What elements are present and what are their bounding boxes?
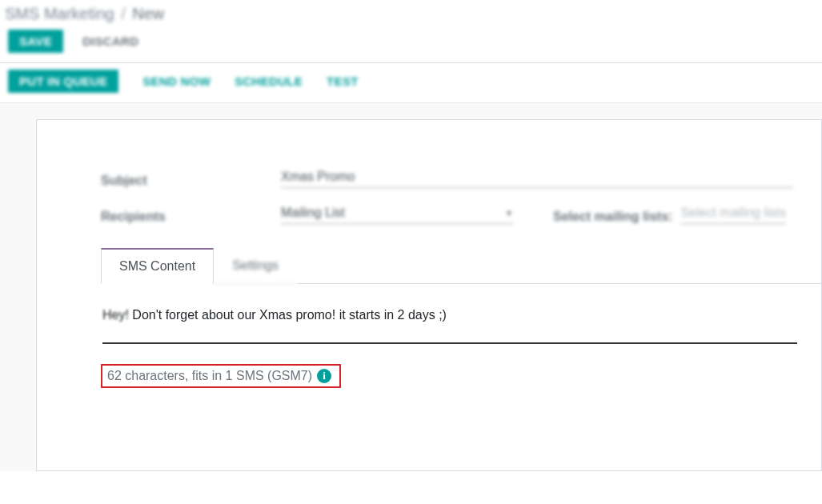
form-sheet: Subject Xmas Promo Recipients Mailing Li… xyxy=(36,119,822,471)
send-now-button[interactable]: SEND NOW xyxy=(142,74,211,88)
sms-textarea[interactable]: Hey! Don't forget about our Xmas promo! … xyxy=(101,284,821,364)
breadcrumb-root-link[interactable]: SMS Marketing xyxy=(5,5,114,22)
sms-body-text: Don't forget about our Xmas promo! it st… xyxy=(129,308,447,322)
sms-prefix: Hey! xyxy=(102,308,129,322)
breadcrumb: SMS Marketing / New xyxy=(0,0,822,23)
breadcrumb-current: New xyxy=(132,5,164,22)
mailing-lists-input[interactable]: Select mailing lists xyxy=(680,204,786,224)
sms-underline xyxy=(102,342,797,344)
subject-label: Subject xyxy=(101,174,281,188)
tab-settings[interactable]: Settings xyxy=(214,248,297,284)
chevron-down-icon: ▼ xyxy=(505,209,513,218)
breadcrumb-separator: / xyxy=(118,5,129,22)
recipients-label: Recipients xyxy=(101,210,281,224)
put-in-queue-button[interactable]: PUT IN QUEUE xyxy=(8,70,118,93)
mailing-lists-label: Select mailing lists: xyxy=(553,210,672,224)
test-button[interactable]: TEST xyxy=(327,74,359,88)
tabs: SMS Content Settings xyxy=(101,248,821,284)
form-background: Subject Xmas Promo Recipients Mailing Li… xyxy=(0,102,822,471)
sms-counter-highlight: 62 characters, fits in 1 SMS (GSM7) i xyxy=(101,364,341,388)
subject-input[interactable]: Xmas Promo xyxy=(281,168,793,188)
save-discard-bar: SAVE DISCARD xyxy=(0,23,822,62)
field-recipients: Recipients Mailing List ▼ Select mailing… xyxy=(101,204,821,224)
tab-sms-content[interactable]: SMS Content xyxy=(101,248,214,284)
field-subject: Subject Xmas Promo xyxy=(101,168,821,188)
schedule-button[interactable]: SCHEDULE xyxy=(235,74,303,88)
tab-filler xyxy=(297,248,821,284)
discard-button[interactable]: DISCARD xyxy=(82,34,138,48)
status-action-bar: PUT IN QUEUE SEND NOW SCHEDULE TEST xyxy=(0,63,822,102)
save-button[interactable]: SAVE xyxy=(8,30,63,53)
sms-counter-text: 62 characters, fits in 1 SMS (GSM7) xyxy=(107,369,312,383)
recipients-select[interactable]: Mailing List ▼ xyxy=(281,204,513,224)
info-icon[interactable]: i xyxy=(317,369,331,383)
